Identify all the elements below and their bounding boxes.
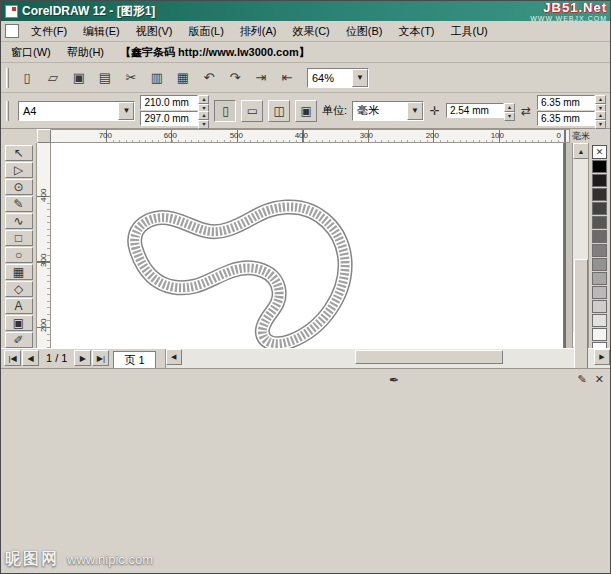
nudge-spinner[interactable]: ▴ ▾ bbox=[504, 103, 515, 118]
basic-shapes-tool[interactable]: ◇ bbox=[5, 281, 33, 297]
text-tool[interactable]: A bbox=[5, 298, 33, 314]
color-swatch[interactable] bbox=[592, 300, 607, 313]
scroll-up-icon[interactable]: ▲ bbox=[573, 143, 589, 159]
menu-window[interactable]: 窗口(W) bbox=[3, 43, 59, 62]
spin-up-icon[interactable]: ▴ bbox=[198, 95, 209, 104]
print-button[interactable]: ▤ bbox=[93, 66, 117, 90]
shape-tool[interactable]: ▷ bbox=[5, 162, 33, 178]
horizontal-scroll-thumb[interactable] bbox=[355, 350, 503, 364]
spin-down-icon[interactable]: ▾ bbox=[198, 120, 209, 129]
color-swatch[interactable] bbox=[592, 230, 607, 243]
rectangle-tool[interactable]: □ bbox=[5, 230, 33, 246]
paste-button[interactable]: ▦ bbox=[171, 66, 195, 90]
toolbar-grip[interactable] bbox=[6, 68, 9, 88]
menu-layout[interactable]: 版面(L) bbox=[180, 22, 231, 41]
vertical-scroll-track[interactable] bbox=[573, 159, 588, 332]
cut-button[interactable]: ✂ bbox=[119, 66, 143, 90]
landscape-button[interactable]: ▭ bbox=[241, 100, 263, 122]
paper-height-spinner[interactable]: ▴ ▾ bbox=[198, 111, 209, 126]
paper-width-spinner[interactable]: ▴ ▾ bbox=[198, 95, 209, 110]
redo-button[interactable]: ↷ bbox=[223, 66, 247, 90]
menu-bitmaps[interactable]: 位图(B) bbox=[338, 22, 391, 41]
color-swatch[interactable] bbox=[592, 286, 607, 299]
color-swatch[interactable] bbox=[592, 160, 607, 173]
color-swatch[interactable] bbox=[592, 216, 607, 229]
paper-preset-combo[interactable]: A4 ▼ bbox=[18, 101, 135, 121]
chevron-down-icon[interactable]: ▼ bbox=[407, 102, 423, 120]
first-page-button[interactable]: |◀ bbox=[4, 350, 21, 366]
color-swatch[interactable] bbox=[592, 272, 607, 285]
color-swatch[interactable] bbox=[592, 244, 607, 257]
next-page-button[interactable]: ▶ bbox=[74, 350, 91, 366]
menu-file[interactable]: 文件(F) bbox=[23, 22, 75, 41]
import-button[interactable]: ⇥ bbox=[249, 66, 273, 90]
duplicate-y-spinner[interactable]: ▴ ▾ bbox=[595, 111, 606, 126]
duplicate-x-spinner[interactable]: ▴ ▾ bbox=[595, 95, 606, 110]
menu-arrange[interactable]: 排列(A) bbox=[232, 22, 285, 41]
color-swatch[interactable] bbox=[592, 314, 607, 327]
spin-down-icon[interactable]: ▾ bbox=[504, 112, 515, 121]
menu-edit[interactable]: 编辑(E) bbox=[75, 22, 128, 41]
menu-view[interactable]: 视图(V) bbox=[128, 22, 181, 41]
property-bar-grip[interactable] bbox=[6, 101, 9, 121]
menu-tools[interactable]: 工具(U) bbox=[443, 22, 496, 41]
spin-up-icon[interactable]: ▴ bbox=[504, 103, 515, 112]
toolbar-icon: ▣ bbox=[73, 70, 85, 85]
save-button[interactable]: ▣ bbox=[67, 66, 91, 90]
vertical-ruler[interactable]: 400 300 200 100 0 100 bbox=[37, 143, 51, 348]
duplicate-x-field[interactable]: 6.35 mm bbox=[537, 95, 595, 110]
nudge-offset-field[interactable]: 2.54 mm bbox=[446, 103, 504, 118]
interactive-blend-tool[interactable]: ▣ bbox=[5, 315, 33, 331]
paper-height-field[interactable]: 297.0 mm bbox=[140, 111, 198, 126]
undo-button[interactable]: ↶ bbox=[197, 66, 221, 90]
new-button[interactable]: ▯ bbox=[15, 66, 39, 90]
color-swatch[interactable] bbox=[592, 174, 607, 187]
copy-button[interactable]: ▥ bbox=[145, 66, 169, 90]
horizontal-ruler[interactable]: 700 600 500 400 300 200 100 0 bbox=[51, 129, 570, 143]
color-swatch[interactable] bbox=[592, 328, 607, 341]
spin-down-icon[interactable]: ▾ bbox=[595, 120, 606, 129]
all-pages-button[interactable]: ◫ bbox=[268, 100, 290, 122]
pick-tool[interactable]: ↖ bbox=[5, 145, 33, 161]
drawing-canvas[interactable] bbox=[51, 143, 572, 348]
smart-drawing-tool[interactable]: ∿ bbox=[5, 213, 33, 229]
previous-page-button[interactable]: ◀ bbox=[22, 350, 39, 366]
zoom-tool[interactable]: ⊙ bbox=[5, 179, 33, 195]
menu-text[interactable]: 文本(T) bbox=[390, 22, 442, 41]
chevron-down-icon[interactable]: ▼ bbox=[352, 69, 368, 87]
spin-up-icon[interactable]: ▴ bbox=[595, 95, 606, 104]
color-swatch[interactable] bbox=[592, 202, 607, 215]
ellipse-tool[interactable]: ○ bbox=[5, 247, 33, 263]
current-page-button[interactable]: ▣ bbox=[295, 100, 317, 122]
color-swatch[interactable] bbox=[592, 258, 607, 271]
portrait-button[interactable]: ▯ bbox=[214, 100, 236, 122]
menu-help[interactable]: 帮助(H) bbox=[59, 43, 112, 62]
paper-width-field[interactable]: 210.0 mm bbox=[140, 95, 198, 110]
export-button[interactable]: ⇤ bbox=[275, 66, 299, 90]
graph-paper-tool[interactable]: ▦ bbox=[5, 264, 33, 280]
no-color-swatch[interactable]: ✕ bbox=[592, 145, 607, 159]
color-swatch[interactable] bbox=[592, 188, 607, 201]
horizontal-scrollbar[interactable]: ◀ ▶ bbox=[165, 349, 610, 368]
scroll-right-icon[interactable]: ▶ bbox=[594, 349, 610, 365]
last-page-button[interactable]: ▶| bbox=[92, 350, 109, 366]
zoom-level-combo[interactable]: 64% ▼ bbox=[307, 68, 369, 88]
ruler-origin-button[interactable] bbox=[37, 129, 51, 143]
duplicate-y-field[interactable]: 6.35 mm bbox=[537, 111, 595, 126]
vertical-scrollbar[interactable]: ▲ ▼ bbox=[572, 143, 588, 348]
coreldraw-window: CorelDRAW 12 - [图形1] JB51.Net WWW.WEBJX.… bbox=[0, 0, 611, 574]
chevron-down-icon[interactable]: ▼ bbox=[118, 102, 134, 120]
spin-up-icon[interactable]: ▴ bbox=[595, 111, 606, 120]
title-bar[interactable]: CorelDRAW 12 - [图形1] JB51.Net WWW.WEBJX.… bbox=[1, 1, 610, 21]
open-button[interactable]: ▱ bbox=[41, 66, 65, 90]
freehand-tool[interactable]: ✎ bbox=[5, 196, 33, 212]
units-combo[interactable]: 毫米 ▼ bbox=[352, 101, 424, 121]
menu-effects[interactable]: 效果(C) bbox=[285, 22, 338, 41]
watermark-site-name: 昵图网 bbox=[5, 549, 59, 570]
eyedropper-tool[interactable]: ✐ bbox=[5, 332, 33, 348]
spin-up-icon[interactable]: ▴ bbox=[198, 111, 209, 120]
tool-icon: ◇ bbox=[14, 282, 23, 296]
horizontal-scroll-track[interactable] bbox=[182, 349, 594, 368]
scroll-left-icon[interactable]: ◀ bbox=[166, 349, 182, 365]
page-tab[interactable]: 页 1 bbox=[113, 351, 155, 368]
